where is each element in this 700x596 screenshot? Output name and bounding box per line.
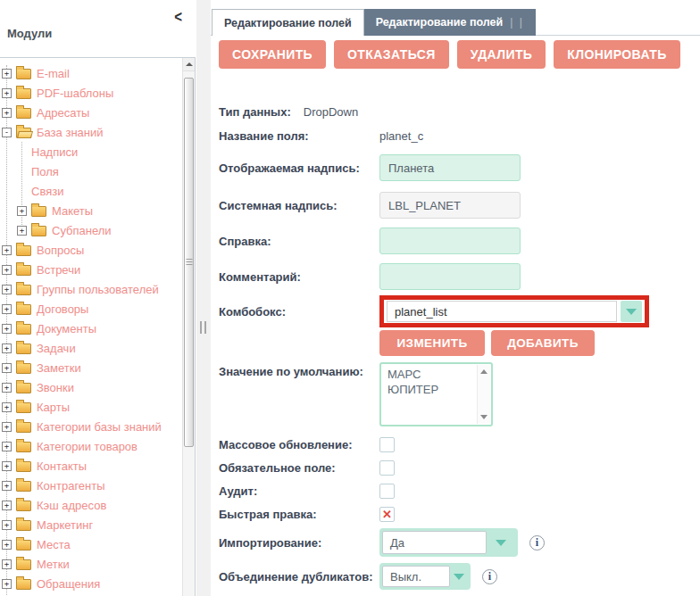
delete-button[interactable]: УДАЛИТЬ xyxy=(457,40,546,69)
system-label-label: Системная надпись: xyxy=(219,199,379,212)
tab-edit-fields-2-active[interactable]: Редактирование полей | | xyxy=(364,9,536,36)
combobox-dropdown-button[interactable] xyxy=(621,301,642,322)
collapse-sidebar-icon[interactable]: < xyxy=(174,7,182,26)
tree-item[interactable]: +Маркетинг xyxy=(0,515,195,534)
tree-item[interactable]: +Карты xyxy=(0,397,195,417)
info-icon[interactable] xyxy=(529,535,545,550)
tab-close-pipes-icon[interactable]: | | xyxy=(510,16,524,29)
scrollbar-grip-icon xyxy=(186,259,192,266)
scrollbar-thumb[interactable] xyxy=(184,78,194,447)
collapse-minus-icon[interactable]: - xyxy=(2,128,12,137)
tree-item[interactable]: +Места xyxy=(0,534,195,554)
expand-plus-icon[interactable]: + xyxy=(2,442,12,451)
scroll-up-icon[interactable] xyxy=(183,58,195,71)
add-list-button[interactable]: ДОБАВИТЬ xyxy=(491,330,595,356)
tree-item[interactable]: +Категории базы знаний xyxy=(0,417,195,436)
default-value-listbox[interactable]: МАРС ЮПИТЕР xyxy=(379,362,493,426)
tree-scrollbar[interactable] xyxy=(182,58,195,596)
expand-plus-icon[interactable]: + xyxy=(2,324,12,334)
expand-plus-icon[interactable]: + xyxy=(2,245,12,255)
tree-item[interactable]: -База знаний xyxy=(0,122,195,142)
expand-plus-icon[interactable]: + xyxy=(2,265,12,275)
tree-item-label: E-mail xyxy=(37,67,70,80)
tree-item[interactable]: +E-mail xyxy=(0,63,195,83)
clone-button[interactable]: КЛОНИРОВАТЬ xyxy=(554,40,679,69)
expand-plus-icon[interactable]: + xyxy=(2,108,12,118)
audit-checkbox[interactable] xyxy=(379,484,395,499)
expand-plus-icon[interactable]: + xyxy=(2,579,12,589)
expand-plus-icon[interactable]: + xyxy=(2,363,12,373)
expand-plus-icon[interactable]: + xyxy=(2,422,12,432)
tree-item[interactable]: +Вопросы xyxy=(0,240,195,260)
expand-plus-icon[interactable]: + xyxy=(2,481,12,491)
chevron-down-icon[interactable] xyxy=(450,574,468,580)
expand-plus-icon[interactable]: + xyxy=(2,304,12,314)
expand-plus-icon[interactable]: + xyxy=(2,559,12,569)
expand-plus-icon[interactable]: + xyxy=(17,226,27,236)
folder-closed-icon xyxy=(16,461,31,472)
tree-item[interactable]: +Контрагенты xyxy=(0,476,195,495)
expand-plus-icon[interactable]: + xyxy=(2,461,12,471)
tree-item[interactable]: +Обращения xyxy=(0,574,195,593)
tree-item-label: Заметки xyxy=(37,361,81,375)
field-name-value: planet_c xyxy=(379,129,423,143)
importing-dropdown[interactable]: Да xyxy=(379,528,518,557)
data-type-label: Тип данных: xyxy=(219,105,291,119)
system-label-input[interactable] xyxy=(379,192,521,219)
info-icon[interactable] xyxy=(482,569,497,584)
tree-item[interactable]: +Кэш адресов xyxy=(0,495,195,515)
expand-plus-icon[interactable]: + xyxy=(2,88,12,98)
cancel-button[interactable]: ОТКАЗАТЬСЯ xyxy=(334,40,449,69)
tree-item[interactable]: +Встречи xyxy=(0,260,195,279)
tree-item[interactable]: +Задачи xyxy=(0,338,195,358)
tree-item[interactable]: +Договоры xyxy=(0,299,195,319)
tree-item[interactable]: +Группы пользователей xyxy=(0,279,195,299)
field-name-label: Название поля: xyxy=(219,129,379,143)
data-type-row: Тип данных: DropDown xyxy=(219,102,700,121)
listbox-option[interactable]: МАРС xyxy=(388,367,473,382)
expand-plus-icon[interactable]: + xyxy=(2,520,12,530)
tree-item[interactable]: Поля xyxy=(0,161,195,181)
panel-resize-grip[interactable] xyxy=(200,321,206,334)
combobox-buttons-row: ИЗМЕНИТЬ ДОБАВИТЬ xyxy=(219,330,700,356)
tree-item[interactable]: Связи xyxy=(0,181,195,201)
expand-plus-icon[interactable]: + xyxy=(2,69,12,79)
tree-item-label: Звонки xyxy=(37,381,74,394)
listbox-option[interactable]: ЮПИТЕР xyxy=(388,382,473,397)
tree-item[interactable]: +Контакты xyxy=(0,456,195,476)
quick-edit-red-x-icon[interactable] xyxy=(379,507,395,522)
expand-plus-icon[interactable]: + xyxy=(2,501,12,510)
expand-plus-icon[interactable]: + xyxy=(2,383,12,393)
tree-item[interactable]: +Документы xyxy=(0,319,195,338)
display-label-input[interactable] xyxy=(379,154,521,181)
expand-plus-icon[interactable]: + xyxy=(2,344,12,353)
scroll-down-icon[interactable] xyxy=(480,415,488,419)
chevron-down-icon[interactable] xyxy=(487,540,515,546)
tree-item[interactable]: +Метки xyxy=(0,554,195,574)
required-checkbox[interactable] xyxy=(379,460,395,476)
tree-item-label: Кэш адресов xyxy=(37,499,106,512)
listbox-scrollbar[interactable] xyxy=(477,365,490,424)
scroll-up-icon[interactable] xyxy=(480,369,488,374)
duplicate-merge-dropdown[interactable]: Выкл. xyxy=(379,563,471,590)
save-button[interactable]: СОХРАНИТЬ xyxy=(219,40,326,69)
help-input[interactable] xyxy=(379,228,521,254)
tree-item[interactable]: +Звонки xyxy=(0,377,195,397)
combobox-select[interactable]: planet_list xyxy=(387,301,617,322)
mass-update-checkbox[interactable] xyxy=(379,437,395,452)
tree-item[interactable]: +Заметки xyxy=(0,358,195,377)
edit-list-button[interactable]: ИЗМЕНИТЬ xyxy=(379,330,485,356)
tree-item[interactable]: +PDF-шаблоны xyxy=(0,83,195,103)
expand-plus-icon[interactable]: + xyxy=(2,540,12,550)
comment-input[interactable] xyxy=(379,263,521,290)
tree-item[interactable]: +Категории товаров xyxy=(0,436,195,456)
expand-plus-icon[interactable]: + xyxy=(2,402,12,412)
tree-item[interactable]: +Субпанели xyxy=(0,220,195,240)
expand-plus-icon[interactable]: + xyxy=(17,206,27,216)
tree-item[interactable]: +Макеты xyxy=(0,201,195,220)
app-window: < Модули +E-mail+PDF-шаблоны+Адресаты-Ба… xyxy=(0,0,700,596)
expand-plus-icon[interactable]: + xyxy=(2,285,12,294)
tab-edit-fields-1[interactable]: Редактирование полей xyxy=(212,9,364,36)
tree-item[interactable]: +Адресаты xyxy=(0,103,195,122)
tree-item[interactable]: Надписи xyxy=(0,142,195,161)
